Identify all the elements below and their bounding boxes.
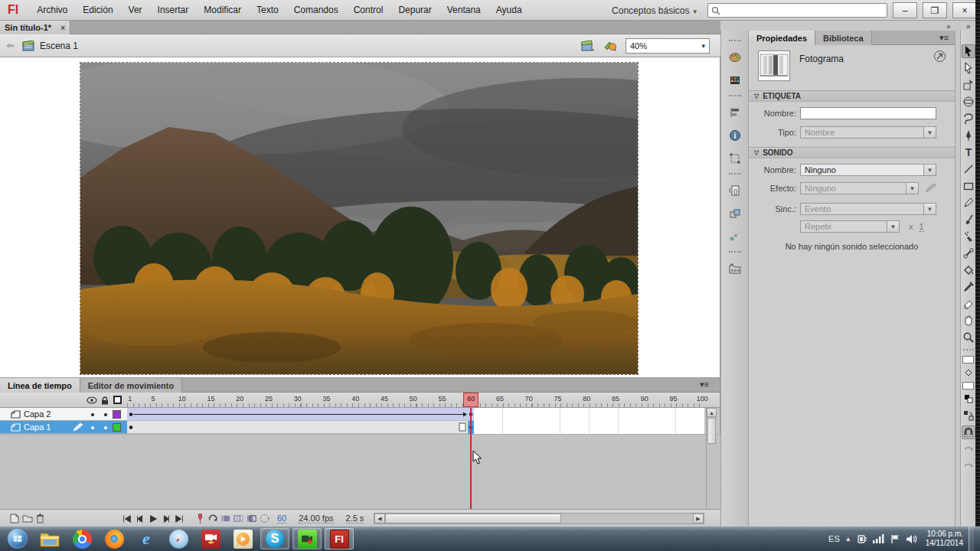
safari-icon[interactable] <box>164 528 193 549</box>
skype-icon[interactable]: S <box>260 528 289 549</box>
modify-markers-button[interactable] <box>258 513 271 525</box>
selection-tool[interactable] <box>962 44 975 58</box>
stage-zoom-combobox[interactable]: 40%▾ <box>626 38 710 54</box>
eraser-tool[interactable] <box>962 297 975 311</box>
language-indicator[interactable]: ES <box>828 534 840 543</box>
panel-menu-icon[interactable]: ▾≡ <box>939 33 949 43</box>
step-forward-button[interactable] <box>159 513 172 525</box>
section-sonido[interactable]: ▽ SONIDO <box>749 147 955 158</box>
components-panel-icon[interactable] <box>726 204 744 223</box>
collapse-tools-icon[interactable]: » <box>966 22 970 31</box>
scene-name[interactable]: Escena 1 <box>40 41 78 51</box>
timeline-horizontal-scrollbar[interactable]: ◀ ▶ <box>374 513 704 524</box>
sonido-nombre-dropdown[interactable]: Ninguno▼ <box>800 164 936 176</box>
layer-color-swatch[interactable] <box>113 410 121 419</box>
action-center-flag-icon[interactable] <box>890 534 900 544</box>
collapse-panels-icon[interactable]: » <box>946 22 950 31</box>
hand-tool[interactable] <box>962 314 975 328</box>
recorder-icon[interactable] <box>292 528 322 549</box>
layer-color-swatch[interactable] <box>113 423 121 432</box>
etiqueta-tipo-dropdown[interactable]: Nombre▼ <box>800 126 936 139</box>
rectangle-tool[interactable] <box>962 179 975 193</box>
layer-visibility-dot[interactable] <box>91 426 94 429</box>
bone-tool[interactable] <box>962 246 975 260</box>
step-back-button[interactable] <box>133 513 146 525</box>
edit-multiple-frames-button[interactable] <box>245 513 258 525</box>
menu-ayuda[interactable]: Ayuda <box>488 0 530 21</box>
tab-close-icon[interactable]: × <box>60 24 65 32</box>
swatches-panel-icon[interactable] <box>726 71 744 90</box>
center-frame-button[interactable] <box>193 513 206 525</box>
tab-propiedades[interactable]: Propiedades <box>749 31 815 45</box>
go-first-button[interactable] <box>120 513 133 525</box>
section-etiqueta[interactable]: ▽ ETIQUETA <box>749 90 955 102</box>
tool-option-2[interactable] <box>962 459 975 473</box>
layer-visibility-dot[interactable] <box>91 413 94 416</box>
sonido-sinc-dropdown[interactable]: Evento▼ <box>800 203 936 215</box>
current-frame-field[interactable]: 60 <box>277 514 286 523</box>
line-tool[interactable] <box>962 162 975 176</box>
workspace-switcher[interactable]: Conceptos básicos▾ <box>607 4 701 18</box>
free-transform-tool[interactable] <box>962 78 975 92</box>
code-snippets-panel-icon[interactable]: {} <box>726 181 744 200</box>
tab-biblioteca[interactable]: Biblioteca <box>815 31 872 45</box>
project-panel-icon[interactable] <box>726 259 744 278</box>
zoom-tool[interactable] <box>962 331 975 344</box>
black-white-colors-icon[interactable] <box>962 392 975 406</box>
timeline-ruler[interactable]: 1510152025303540455055606570758085909510… <box>0 378 720 408</box>
volume-speaker-icon[interactable] <box>906 534 917 544</box>
minimize-button[interactable]: – <box>893 2 917 18</box>
timeline-vertical-scrollbar[interactable]: ▲ <box>706 408 717 509</box>
info-panel-icon[interactable]: i <box>726 126 744 145</box>
onion-skin-button[interactable] <box>219 513 232 525</box>
color-panel-icon[interactable] <box>726 48 744 67</box>
flash-icon[interactable]: Fl <box>325 528 354 549</box>
brush-tool[interactable] <box>962 213 975 227</box>
tray-expand-icon[interactable]: ▲ <box>845 536 851 543</box>
menu-comandos[interactable]: Comandos <box>286 0 346 21</box>
pencil-tool[interactable] <box>962 196 975 210</box>
text-tool[interactable]: T <box>962 145 975 159</box>
fill-color-swatch[interactable] <box>962 382 974 390</box>
motion-presets-panel-icon[interactable] <box>726 227 744 246</box>
layer-row-capa-2[interactable]: Capa 2 <box>0 408 127 421</box>
menu-control[interactable]: Control <box>346 0 391 21</box>
lasso-tool[interactable] <box>962 112 975 126</box>
menu-modificar[interactable]: Modificar <box>196 0 249 21</box>
sonido-efecto-dropdown[interactable]: Ninguno▼ <box>800 182 919 194</box>
new-layer-button[interactable] <box>8 513 21 525</box>
help-icon[interactable] <box>934 51 946 62</box>
frame-span-capa-1[interactable] <box>127 421 474 434</box>
atube-icon[interactable] <box>196 528 225 549</box>
mediaplayer-icon[interactable] <box>228 528 257 549</box>
frame-rate-field[interactable]: 24.00 fps <box>299 514 333 523</box>
scrollbar-thumb[interactable] <box>385 514 561 523</box>
back-arrow-icon[interactable]: ⬅ <box>6 40 15 51</box>
scroll-right-icon[interactable]: ▶ <box>693 514 704 523</box>
tool-option-1[interactable] <box>962 442 975 456</box>
edit-scene-icon[interactable] <box>581 40 596 52</box>
layer-lock-dot[interactable] <box>104 426 107 429</box>
document-tab[interactable]: Sin título-1* × <box>0 21 70 34</box>
pen-tool[interactable] <box>962 129 975 142</box>
paint-bucket-tool[interactable] <box>962 263 975 277</box>
power-plug-icon[interactable] <box>857 533 867 544</box>
delete-layer-button[interactable] <box>34 513 47 525</box>
close-button[interactable]: × <box>952 2 977 18</box>
layer-row-capa-1[interactable]: Capa 1 <box>0 421 127 434</box>
edit-symbols-icon[interactable] <box>603 40 618 52</box>
etiqueta-nombre-input[interactable] <box>800 107 936 119</box>
edit-sound-pencil-icon[interactable] <box>925 183 937 194</box>
subselection-tool[interactable] <box>962 61 975 75</box>
onion-outlines-button[interactable] <box>232 513 245 525</box>
search-input[interactable] <box>707 3 887 18</box>
snap-magnet-icon[interactable] <box>962 425 975 439</box>
sonido-repetir-dropdown[interactable]: Repetir▼ <box>800 220 900 233</box>
scroll-left-icon[interactable]: ◀ <box>374 514 385 523</box>
menu-archivo[interactable]: Archivo <box>29 0 75 21</box>
transform-panel-icon[interactable] <box>726 149 744 168</box>
stage-photo-landscape[interactable] <box>80 63 638 374</box>
firefox-icon[interactable] <box>100 528 129 549</box>
frame-span-capa-2[interactable] <box>127 408 474 421</box>
menu-ver[interactable]: Ver <box>121 0 150 21</box>
